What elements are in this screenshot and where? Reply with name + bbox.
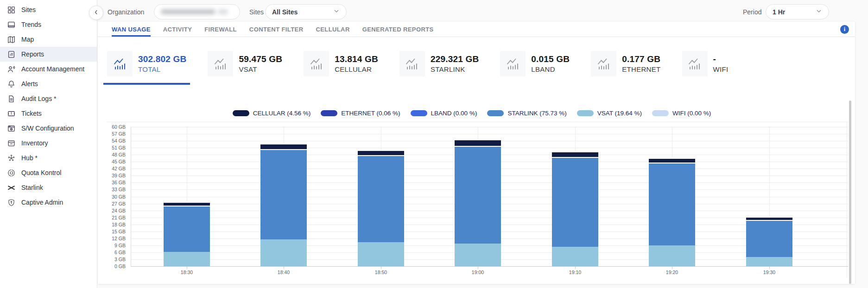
bar-segment-vsat[interactable] [649, 245, 695, 266]
sidebar-item-audit-logs[interactable]: Audit Logs * [0, 91, 97, 106]
sidebar-item-alerts[interactable]: Alerts [0, 76, 97, 91]
sites-select[interactable]: All Sites [265, 4, 347, 19]
shield-icon [6, 198, 16, 207]
x-axis-tick-label: 19:20 [653, 269, 691, 275]
bar-segment-starlink[interactable] [260, 149, 307, 239]
sidebar-item-sites[interactable]: Sites [0, 2, 97, 17]
y-axis-tick-label: 9 GB [101, 243, 126, 248]
sidebar-item-label: Account Management [21, 65, 84, 73]
period-select[interactable]: 1 Hr [766, 4, 829, 19]
sidebar-item-s-w-configuration[interactable]: S/W Configuration [0, 121, 97, 136]
sites-select-value: All Sites [272, 8, 298, 16]
y-axis-tick-label: 12 GB [101, 236, 126, 241]
sidebar-item-label: Sites [21, 6, 36, 13]
y-axis-tick-label: 27 GB [101, 201, 126, 207]
chart-right-border [847, 122, 847, 278]
chevron-down-icon [816, 8, 822, 16]
sidebar: SitesTrendsMapReportsAccount ManagementA… [0, 0, 97, 288]
sidebar-item-inventory[interactable]: Inventory [0, 136, 97, 150]
collapse-sidebar-button[interactable] [89, 6, 103, 20]
sidebar-item-reports[interactable]: Reports [0, 47, 97, 62]
x-axis-tick-label: 19:00 [459, 269, 496, 275]
sidebar-item-label: Reports [21, 50, 44, 58]
bar-segment-vsat[interactable] [455, 244, 501, 266]
sidebar-item-tickets[interactable]: Tickets [0, 106, 97, 121]
sidebar-item-quota-kontrol[interactable]: Quota Kontrol [0, 165, 97, 180]
y-axis-tick-label: 45 GB [101, 159, 126, 164]
gauge-icon [6, 168, 16, 177]
sidebar-item-label: Tickets [21, 110, 42, 117]
bar-segment-cellular[interactable] [455, 139, 501, 146]
y-axis-tick-label: 60 GB [101, 124, 126, 130]
y-axis-tick-label: 3 GB [101, 257, 126, 262]
sidebar-item-label: Audit Logs * [21, 95, 57, 102]
y-axis-tick-label: 15 GB [101, 229, 126, 234]
bar-segment-cellular[interactable] [260, 144, 307, 150]
y-axis-tick-label: 54 GB [101, 138, 126, 144]
gridline [131, 127, 848, 127]
bar-segment-starlink[interactable] [746, 220, 792, 257]
bar-segment-starlink[interactable] [455, 146, 501, 244]
sidebar-item-map[interactable]: Map [0, 32, 97, 47]
y-axis-tick-label: 18 GB [101, 222, 126, 227]
bar-segment-vsat[interactable] [552, 247, 598, 266]
bar-segment-vsat[interactable] [358, 242, 404, 266]
y-axis-tick-label: 42 GB [101, 166, 126, 171]
sidebar-item-label: Inventory [21, 139, 48, 147]
wan-usage-chart: 0 GB3 GB6 GB9 GB12 GB15 GB18 GB21 GB24 G… [98, 22, 855, 284]
sidebar-item-captive-admin[interactable]: Captive Admin [0, 195, 97, 210]
bell-icon [6, 79, 16, 88]
x-axis-tick-label: 18:30 [168, 269, 205, 275]
ticket-icon [6, 109, 16, 118]
document-icon [6, 94, 16, 103]
bar-segment-cellular[interactable] [358, 150, 404, 155]
y-axis-tick-label: 0 GB [101, 263, 126, 269]
bar-segment-cellular[interactable] [746, 217, 792, 220]
y-axis-tick-label: 33 GB [101, 187, 126, 192]
chart-top-border [107, 122, 849, 122]
y-axis-tick-label: 48 GB [101, 152, 126, 157]
bar-segment-cellular[interactable] [649, 158, 695, 163]
molecule-icon [6, 153, 16, 163]
y-axis-tick-label: 30 GB [101, 194, 126, 200]
chevron-down-icon [333, 8, 340, 16]
y-axis-tick-label: 39 GB [101, 173, 126, 178]
bar-segment-cellular[interactable] [552, 151, 598, 157]
bar-segment-vsat[interactable] [164, 252, 210, 266]
sidebar-item-label: Hub * [21, 154, 38, 162]
x-axis-tick-label: 19:10 [557, 269, 594, 275]
sidebar-item-label: Alerts [21, 80, 38, 88]
bar-segment-cellular[interactable] [164, 202, 210, 206]
bar-segment-starlink[interactable] [358, 155, 404, 242]
sidebar-item-trends[interactable]: Trends [0, 17, 97, 32]
period-select-value: 1 Hr [773, 8, 785, 16]
sidebar-item-account-management[interactable]: Account Management [0, 62, 97, 76]
reports-card: WAN USAGEACTIVITYFIREWALLCONTENT FILTERC… [98, 22, 855, 284]
sidebar-item-hub[interactable]: Hub * [0, 150, 97, 165]
starlink-x-icon [6, 183, 16, 192]
organization-select[interactable] [154, 4, 240, 19]
bar-segment-vsat[interactable] [746, 257, 792, 266]
chart-scrollbar[interactable] [849, 100, 851, 284]
bar-segment-starlink[interactable] [552, 157, 598, 247]
bar-segment-starlink[interactable] [649, 163, 695, 245]
y-axis-tick-label: 57 GB [101, 131, 126, 137]
map-icon [6, 35, 16, 44]
sidebar-item-label: Starlink [21, 184, 43, 191]
sidebar-item-label: Captive Admin [21, 199, 63, 206]
x-axis-tick-label: 19:30 [751, 269, 788, 275]
y-axis-tick-label: 51 GB [101, 145, 126, 150]
organization-value-redacted [161, 9, 228, 14]
report-icon [6, 50, 16, 59]
sidebar-item-starlink[interactable]: Starlink [0, 180, 97, 195]
wan-usage-dashboard: { "sidebar": { "items": [ { "label": "Si… [0, 0, 868, 288]
box-icon [6, 138, 16, 148]
y-axis-line [131, 127, 131, 266]
sidebar-item-label: Map [21, 36, 34, 43]
y-axis-tick-label: 21 GB [101, 215, 126, 220]
bar-segment-vsat[interactable] [260, 239, 307, 266]
x-axis-line [131, 266, 848, 267]
chevron-left-icon [93, 9, 99, 17]
sites-label: Sites [249, 8, 264, 16]
bar-segment-starlink[interactable] [164, 206, 210, 252]
